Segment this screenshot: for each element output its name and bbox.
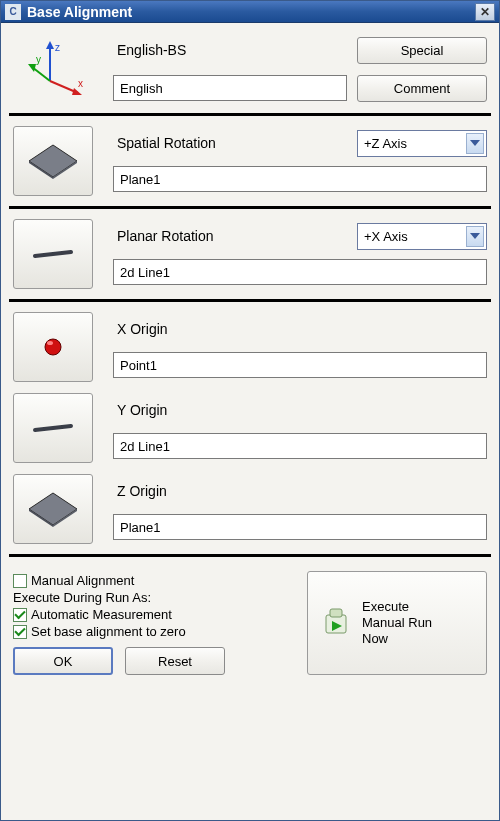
footer-buttons: OK Reset xyxy=(13,647,297,675)
z-origin-section: Z Origin Plane1 xyxy=(11,472,489,546)
spatial-axis-select[interactable]: +Z Axis xyxy=(357,130,487,157)
x-origin-section: X Origin Point1 xyxy=(11,310,489,384)
point-icon[interactable] xyxy=(13,312,93,382)
svg-text:y: y xyxy=(36,54,41,65)
manual-alignment-label: Manual Alignment xyxy=(31,573,134,588)
planar-axis-select[interactable]: +X Axis xyxy=(357,223,487,250)
svg-marker-14 xyxy=(470,233,480,239)
footer: Manual Alignment Execute During Run As: … xyxy=(11,565,489,677)
chevron-down-icon xyxy=(466,226,484,247)
line-icon[interactable] xyxy=(13,219,93,289)
auto-measurement-label: Automatic Measurement xyxy=(31,607,172,622)
auto-measurement-row[interactable]: Automatic Measurement xyxy=(13,607,297,622)
set-zero-label: Set base alignment to zero xyxy=(31,624,186,639)
divider xyxy=(9,113,491,116)
divider xyxy=(9,299,491,302)
subtitle-label: English-BS xyxy=(113,42,347,58)
divider xyxy=(9,206,491,209)
svg-point-16 xyxy=(47,341,53,345)
execute-manual-run-button[interactable]: Execute Manual Run Now xyxy=(307,571,487,675)
spatial-value-input[interactable]: Plane1 xyxy=(113,166,487,192)
header-section: z y x English-BS Special English Comment xyxy=(11,31,489,105)
svg-line-13 xyxy=(35,252,71,256)
x-origin-label: X Origin xyxy=(113,321,487,337)
z-origin-input[interactable]: Plane1 xyxy=(113,514,487,540)
window-title: Base Alignment xyxy=(27,4,132,20)
comment-button[interactable]: Comment xyxy=(357,75,487,102)
svg-line-17 xyxy=(35,426,71,430)
window: C Base Alignment ✕ z y x English-BS xyxy=(0,0,500,821)
ok-button[interactable]: OK xyxy=(13,647,113,675)
x-origin-input[interactable]: Point1 xyxy=(113,352,487,378)
run-icon xyxy=(318,605,354,641)
y-origin-label: Y Origin xyxy=(113,402,487,418)
svg-marker-18 xyxy=(29,493,77,525)
special-button[interactable]: Special xyxy=(357,37,487,64)
axes-icon: z y x xyxy=(13,39,103,99)
svg-marker-12 xyxy=(470,140,480,146)
reset-button[interactable]: Reset xyxy=(125,647,225,675)
svg-text:z: z xyxy=(55,42,60,53)
planar-rotation-section: Planar Rotation +X Axis 2d Line1 xyxy=(11,217,489,291)
auto-measurement-checkbox[interactable] xyxy=(13,608,27,622)
app-icon: C xyxy=(5,4,21,20)
set-zero-row[interactable]: Set base alignment to zero xyxy=(13,624,297,639)
line-icon[interactable] xyxy=(13,393,93,463)
svg-rect-22 xyxy=(330,609,342,617)
svg-marker-9 xyxy=(29,145,77,177)
dialog-body: z y x English-BS Special English Comment xyxy=(1,23,499,820)
close-button[interactable]: ✕ xyxy=(475,3,495,21)
svg-text:x: x xyxy=(78,78,83,89)
svg-marker-4 xyxy=(28,64,36,72)
manual-alignment-row[interactable]: Manual Alignment xyxy=(13,573,297,588)
svg-marker-1 xyxy=(46,41,54,49)
titlebar: C Base Alignment ✕ xyxy=(1,1,499,23)
exec-line1: Execute xyxy=(362,599,432,615)
manual-alignment-checkbox[interactable] xyxy=(13,574,27,588)
plane-icon[interactable] xyxy=(13,474,93,544)
chevron-down-icon xyxy=(466,133,484,154)
z-origin-label: Z Origin xyxy=(113,483,487,499)
planar-rotation-label: Planar Rotation xyxy=(113,228,347,244)
execute-during-label: Execute During Run As: xyxy=(13,590,297,605)
divider xyxy=(9,554,491,557)
y-origin-input[interactable]: 2d Line1 xyxy=(113,433,487,459)
exec-line2: Manual Run xyxy=(362,615,432,631)
svg-marker-7 xyxy=(72,88,82,95)
spatial-rotation-label: Spatial Rotation xyxy=(113,135,347,151)
set-zero-checkbox[interactable] xyxy=(13,625,27,639)
name-input[interactable]: English xyxy=(113,75,347,101)
spatial-rotation-section: Spatial Rotation +Z Axis Plane1 xyxy=(11,124,489,198)
exec-line3: Now xyxy=(362,631,432,647)
footer-options: Manual Alignment Execute During Run As: … xyxy=(13,571,297,675)
y-origin-section: Y Origin 2d Line1 xyxy=(11,391,489,465)
svg-point-15 xyxy=(45,339,61,355)
planar-value-input[interactable]: 2d Line1 xyxy=(113,259,487,285)
plane-icon[interactable] xyxy=(13,126,93,196)
